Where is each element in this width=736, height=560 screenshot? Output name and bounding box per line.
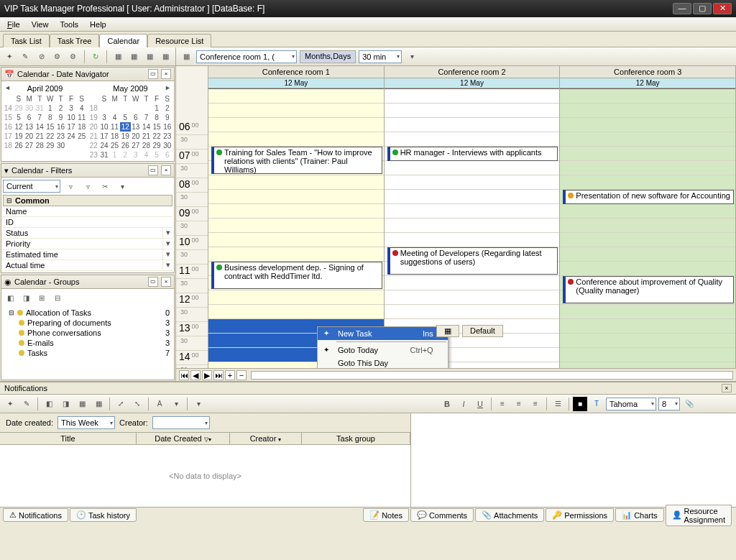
filter-preset-dropdown[interactable]: Current (3, 180, 60, 193)
filter-del-icon[interactable]: ▿ (80, 179, 95, 193)
menu-file[interactable]: File (3, 19, 24, 30)
collapse-button[interactable]: ▭ (148, 277, 158, 287)
menu-view[interactable]: View (27, 19, 53, 30)
bottom-tab[interactable]: 👤Resource Assignment (666, 505, 732, 526)
filter-field-row[interactable]: Priority▾ (3, 239, 172, 249)
nav-plus-icon[interactable]: + (225, 370, 235, 380)
time-slot[interactable] (385, 276, 560, 290)
bottom-tab[interactable]: 🔑Permissions (546, 508, 614, 522)
close-panel-button[interactable]: × (161, 69, 171, 79)
time-slot[interactable] (560, 204, 735, 219)
time-slot[interactable] (208, 89, 384, 104)
nt-i6-icon[interactable]: ⤡ (130, 397, 144, 411)
time-slot[interactable] (560, 334, 735, 348)
creator-dropdown[interactable] (152, 416, 210, 429)
month-calendar[interactable]: ◄April 2009SMTWTFS1429303112341556789101… (3, 83, 87, 160)
filter-field-row[interactable]: Status▾ (3, 228, 172, 239)
calendar-event[interactable]: Meeting of Developers (Regarding latest … (387, 247, 558, 275)
refresh-icon[interactable]: ↻ (89, 50, 102, 64)
time-slot[interactable] (208, 104, 384, 118)
date-header[interactable]: 12 May (208, 78, 384, 88)
tab-task-tree[interactable]: Task Tree (50, 34, 100, 47)
close-notifications-button[interactable]: × (722, 384, 732, 393)
nav-first-icon[interactable]: ⏮ (179, 370, 189, 380)
font-family-dropdown[interactable]: Tahoma (606, 398, 656, 410)
close-button[interactable]: ✕ (713, 3, 732, 14)
close-panel-button[interactable]: × (161, 165, 171, 175)
collapse-button[interactable]: ▭ (148, 69, 158, 79)
time-slot[interactable] (385, 132, 560, 147)
nt-i3-icon[interactable]: ▦ (75, 397, 89, 411)
menu-tools[interactable]: Tools (55, 19, 83, 30)
time-slot[interactable] (560, 247, 735, 262)
bottom-tab[interactable]: 📝Notes (363, 508, 409, 522)
collapse-button[interactable]: ▭ (148, 165, 158, 175)
nav-last-icon[interactable]: ⏭ (213, 370, 224, 380)
time-slot[interactable] (208, 132, 384, 147)
month-calendar[interactable]: May 2009►SMTWTFS181219345678920101112131… (88, 83, 172, 160)
time-slot[interactable] (560, 175, 735, 190)
menu-goto-today[interactable]: ✦Goto TodayCtrl+Q (318, 344, 448, 357)
menu-new-task[interactable]: ✦New TaskIns (318, 327, 448, 340)
nt-i4-icon[interactable]: ▦ (91, 397, 106, 411)
filter-tool-icon[interactable]: ✂ (98, 179, 112, 193)
time-slot[interactable] (560, 147, 735, 161)
time-slot[interactable] (385, 175, 560, 190)
scrollbar[interactable] (251, 371, 733, 380)
time-slot[interactable] (560, 118, 735, 132)
attach-icon[interactable]: 📎 (682, 397, 696, 411)
nt-i1-icon[interactable]: ◧ (42, 397, 56, 411)
common-header[interactable]: ⊟ Common (3, 195, 172, 206)
time-slot[interactable] (385, 204, 560, 219)
date-header[interactable]: 12 May (385, 78, 560, 88)
list-icon[interactable]: ☰ (551, 397, 565, 411)
nt-edit-icon[interactable]: ✎ (19, 397, 34, 411)
time-slot[interactable] (208, 290, 384, 305)
tab-calendar[interactable]: Calendar (99, 34, 147, 47)
time-slot[interactable] (385, 161, 560, 175)
italic-icon[interactable]: I (456, 397, 471, 411)
bottom-tab[interactable]: 📎Attachments (475, 508, 544, 522)
date-header[interactable]: 12 May (560, 78, 735, 88)
align-center-icon[interactable]: ≡ (512, 397, 526, 411)
filter-field-row[interactable]: ID (3, 217, 172, 228)
time-slot[interactable] (560, 305, 735, 319)
bottom-tab[interactable]: 🕑Task history (70, 508, 137, 522)
edit-icon[interactable]: ✎ (19, 50, 32, 64)
time-slot[interactable] (208, 305, 384, 319)
time-slot[interactable] (560, 104, 735, 118)
gear2-icon[interactable]: ⚙ (67, 50, 80, 64)
nav-prev-icon[interactable]: ◀ (190, 370, 201, 380)
grid2-icon[interactable]: ▦ (127, 50, 140, 64)
close-panel-button[interactable]: × (161, 277, 171, 287)
time-slot[interactable] (208, 175, 384, 190)
time-slot[interactable] (560, 348, 735, 362)
time-slot[interactable] (385, 104, 560, 118)
col-title[interactable]: Title (0, 433, 137, 444)
group-tool3-icon[interactable]: ⊞ (34, 290, 49, 305)
time-slot[interactable] (560, 319, 735, 334)
time-slot[interactable] (560, 89, 735, 104)
time-slot[interactable] (385, 89, 560, 104)
filter-icon[interactable]: ▾ (191, 397, 206, 411)
nt-i2-icon[interactable]: ◨ (58, 397, 73, 411)
align-left-icon[interactable]: ≡ (495, 397, 510, 411)
nt-i5-icon[interactable]: ⤢ (114, 397, 128, 411)
delete-icon[interactable]: ⊘ (34, 50, 47, 64)
align-right-icon[interactable]: ≡ (528, 397, 543, 411)
font-color-icon[interactable]: A (152, 397, 167, 411)
notes-editor[interactable] (411, 413, 736, 507)
time-slot[interactable] (385, 118, 560, 132)
time-slot[interactable] (385, 219, 560, 233)
calendar-mini-button[interactable]: ▦ (436, 325, 459, 337)
group-tree-item[interactable]: Phone conversations3 (3, 328, 172, 338)
bottom-tab[interactable]: ⚠Notifications (3, 508, 68, 522)
date-created-dropdown[interactable]: This Week (58, 416, 115, 429)
time-slot[interactable] (385, 233, 560, 247)
time-slot[interactable] (560, 233, 735, 247)
filter-field-row[interactable]: Actual time▾ (3, 260, 172, 271)
gear-icon[interactable]: ⚙ (51, 50, 64, 64)
time-slot[interactable] (208, 247, 384, 262)
time-slot[interactable] (208, 190, 384, 204)
nav-next-icon[interactable]: ▶ (202, 370, 212, 380)
